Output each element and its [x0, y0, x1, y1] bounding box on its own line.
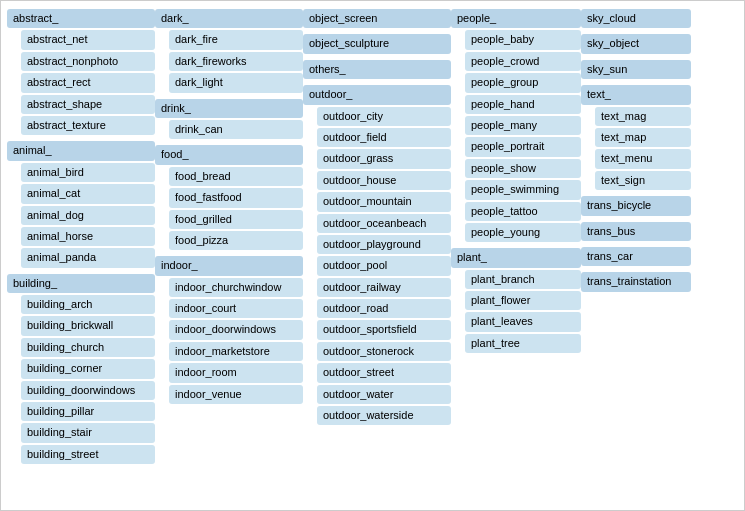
- group-0: people_people_babypeople_crowdpeople_gro…: [451, 9, 581, 242]
- group-3: indoor_indoor_churchwindowindoor_courtin…: [155, 256, 303, 404]
- tag-item[interactable]: people_baby: [465, 30, 581, 49]
- tag-item[interactable]: plant_leaves: [465, 312, 581, 331]
- tag-item[interactable]: building_doorwindows: [21, 381, 155, 400]
- tag-item[interactable]: outdoor_pool: [317, 256, 451, 275]
- tag-item[interactable]: plant_flower: [465, 291, 581, 310]
- tag-item[interactable]: animal_cat: [21, 184, 155, 203]
- tag-item[interactable]: people_group: [465, 73, 581, 92]
- group-0: dark_dark_firedark_fireworksdark_light: [155, 9, 303, 93]
- group-3: text_text_magtext_maptext_menutext_sign: [581, 85, 691, 190]
- group-header[interactable]: building_: [7, 274, 155, 293]
- tag-item[interactable]: people_tattoo: [465, 202, 581, 221]
- group-header[interactable]: trans_bus: [581, 222, 691, 241]
- tag-item[interactable]: food_bread: [169, 167, 303, 186]
- tag-item[interactable]: dark_fire: [169, 30, 303, 49]
- tag-item[interactable]: outdoor_sportsfield: [317, 320, 451, 339]
- group-2: sky_sun: [581, 60, 691, 79]
- tag-item[interactable]: indoor_marketstore: [169, 342, 303, 361]
- group-0: sky_cloud: [581, 9, 691, 28]
- tag-item[interactable]: animal_bird: [21, 163, 155, 182]
- tag-item[interactable]: outdoor_house: [317, 171, 451, 190]
- tag-item[interactable]: people_many: [465, 116, 581, 135]
- tag-item[interactable]: food_pizza: [169, 231, 303, 250]
- tag-item[interactable]: animal_dog: [21, 206, 155, 225]
- group-header[interactable]: sky_cloud: [581, 9, 691, 28]
- group-header[interactable]: animal_: [7, 141, 155, 160]
- tag-item[interactable]: people_portrait: [465, 137, 581, 156]
- group-1: drink_drink_can: [155, 99, 303, 140]
- tag-item[interactable]: outdoor_waterside: [317, 406, 451, 425]
- tag-item[interactable]: outdoor_playground: [317, 235, 451, 254]
- column-5: sky_cloudsky_objectsky_suntext_text_magt…: [581, 9, 691, 504]
- tag-item[interactable]: plant_branch: [465, 270, 581, 289]
- group-header[interactable]: object_screen: [303, 9, 451, 28]
- group-2: others_: [303, 60, 451, 79]
- tag-item[interactable]: outdoor_mountain: [317, 192, 451, 211]
- tag-item[interactable]: outdoor_city: [317, 107, 451, 126]
- tag-item[interactable]: food_fastfood: [169, 188, 303, 207]
- group-header[interactable]: trans_bicycle: [581, 196, 691, 215]
- tag-item[interactable]: animal_panda: [21, 248, 155, 267]
- group-header[interactable]: outdoor_: [303, 85, 451, 104]
- group-header[interactable]: dark_: [155, 9, 303, 28]
- tag-item[interactable]: people_crowd: [465, 52, 581, 71]
- group-1: plant_plant_branchplant_flowerplant_leav…: [451, 248, 581, 353]
- tag-item[interactable]: building_church: [21, 338, 155, 357]
- tag-item[interactable]: abstract_rect: [21, 73, 155, 92]
- tag-item[interactable]: abstract_nonphoto: [21, 52, 155, 71]
- tag-item[interactable]: indoor_churchwindow: [169, 278, 303, 297]
- tag-item[interactable]: abstract_net: [21, 30, 155, 49]
- group-header[interactable]: object_sculpture: [303, 34, 451, 53]
- tag-item[interactable]: building_corner: [21, 359, 155, 378]
- tag-item[interactable]: plant_tree: [465, 334, 581, 353]
- tag-item[interactable]: outdoor_street: [317, 363, 451, 382]
- group-6: trans_car: [581, 247, 691, 266]
- tag-item[interactable]: building_street: [21, 445, 155, 464]
- tag-item[interactable]: outdoor_stonerock: [317, 342, 451, 361]
- main-container: abstract_abstract_netabstract_nonphotoab…: [1, 1, 745, 511]
- group-header[interactable]: indoor_: [155, 256, 303, 275]
- tag-item[interactable]: people_young: [465, 223, 581, 242]
- group-header[interactable]: people_: [451, 9, 581, 28]
- tag-item[interactable]: outdoor_field: [317, 128, 451, 147]
- tag-item[interactable]: building_brickwall: [21, 316, 155, 335]
- tag-item[interactable]: people_swimming: [465, 180, 581, 199]
- group-header[interactable]: trans_trainstation: [581, 272, 691, 291]
- tag-item[interactable]: text_menu: [595, 149, 691, 168]
- tag-item[interactable]: dark_fireworks: [169, 52, 303, 71]
- tag-item[interactable]: outdoor_water: [317, 385, 451, 404]
- group-header[interactable]: trans_car: [581, 247, 691, 266]
- tag-item[interactable]: indoor_court: [169, 299, 303, 318]
- group-header[interactable]: drink_: [155, 99, 303, 118]
- tag-item[interactable]: people_show: [465, 159, 581, 178]
- tag-item[interactable]: animal_horse: [21, 227, 155, 246]
- tag-item[interactable]: outdoor_railway: [317, 278, 451, 297]
- tag-item[interactable]: text_map: [595, 128, 691, 147]
- group-header[interactable]: plant_: [451, 248, 581, 267]
- group-header[interactable]: food_: [155, 145, 303, 164]
- group-2: building_building_archbuilding_brickwall…: [7, 274, 155, 465]
- tag-item[interactable]: outdoor_oceanbeach: [317, 214, 451, 233]
- tag-item[interactable]: indoor_room: [169, 363, 303, 382]
- tag-item[interactable]: building_arch: [21, 295, 155, 314]
- tag-item[interactable]: building_pillar: [21, 402, 155, 421]
- group-header[interactable]: abstract_: [7, 9, 155, 28]
- tag-item[interactable]: text_mag: [595, 107, 691, 126]
- tag-item[interactable]: outdoor_grass: [317, 149, 451, 168]
- group-header[interactable]: sky_object: [581, 34, 691, 53]
- group-header[interactable]: text_: [581, 85, 691, 104]
- tag-item[interactable]: building_stair: [21, 423, 155, 442]
- tag-item[interactable]: drink_can: [169, 120, 303, 139]
- group-header[interactable]: sky_sun: [581, 60, 691, 79]
- tag-item[interactable]: food_grilled: [169, 210, 303, 229]
- group-2: food_food_breadfood_fastfoodfood_grilled…: [155, 145, 303, 250]
- tag-item[interactable]: indoor_venue: [169, 385, 303, 404]
- tag-item[interactable]: dark_light: [169, 73, 303, 92]
- tag-item[interactable]: outdoor_road: [317, 299, 451, 318]
- tag-item[interactable]: indoor_doorwindows: [169, 320, 303, 339]
- tag-item[interactable]: abstract_shape: [21, 95, 155, 114]
- group-header[interactable]: others_: [303, 60, 451, 79]
- tag-item[interactable]: abstract_texture: [21, 116, 155, 135]
- tag-item[interactable]: people_hand: [465, 95, 581, 114]
- tag-item[interactable]: text_sign: [595, 171, 691, 190]
